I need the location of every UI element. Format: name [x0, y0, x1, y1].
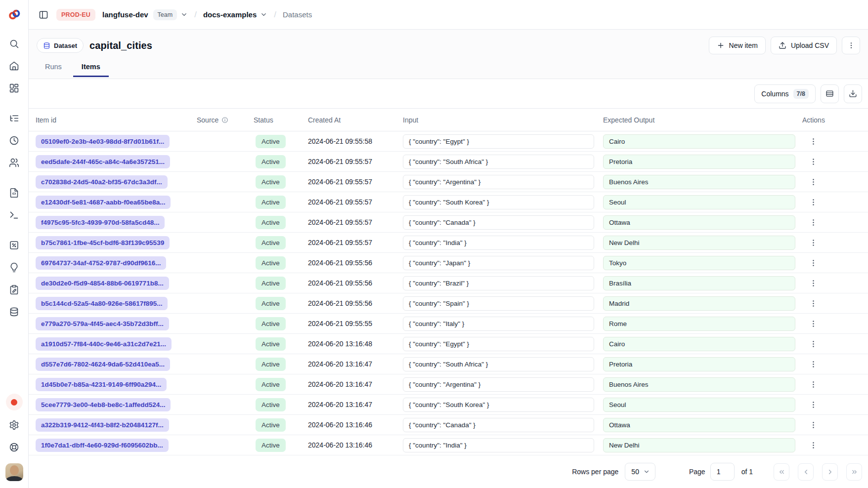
upload-csv-button[interactable]: Upload CSV	[771, 37, 837, 54]
item-id-pill[interactable]: c702838d-24d5-40a2-bf35-67dc3a3df...	[36, 175, 168, 189]
home-icon[interactable]	[5, 57, 23, 75]
row-height-button[interactable]	[821, 84, 839, 103]
settings-gear-icon[interactable]	[5, 416, 23, 434]
chevron-right-icon	[826, 468, 834, 476]
row-actions-button[interactable]	[806, 438, 820, 452]
chevron-left-icon	[802, 468, 810, 476]
table-row[interactable]: 05109ef0-2e3b-4e03-98dd-8f7d01b61f...Act…	[29, 131, 868, 152]
org-chevron-down-icon[interactable]	[180, 11, 188, 18]
item-id-pill[interactable]: f4975c95-5fc3-4939-970d-58fa5cd48...	[36, 216, 165, 229]
table-row[interactable]: 5cee7779-3e00-4eb8-be8c-1affedd524...Act…	[29, 395, 868, 415]
table-row[interactable]: d557e7d6-7802-4624-9da6-52d410ea5...Acti…	[29, 354, 868, 374]
item-id-pill[interactable]: eed5dafe-244f-465c-a84c-4a6e357251...	[36, 155, 170, 168]
dataset-more-actions-button[interactable]	[842, 37, 860, 54]
table-row[interactable]: 1d45b0e7-b85a-4231-9149-6ff90a294...Acti…	[29, 374, 868, 395]
row-actions-button[interactable]	[806, 134, 820, 148]
item-id-pill[interactable]: 5cee7779-3e00-4eb8-be8c-1affedd524...	[36, 398, 171, 411]
row-actions-button[interactable]	[806, 296, 820, 310]
status-badge: Active	[256, 418, 286, 432]
columns-button[interactable]: Columns 7/8	[754, 84, 816, 103]
item-id-pill[interactable]: 1d45b0e7-b85a-4231-9149-6ff90a294...	[36, 378, 167, 391]
page-number-input[interactable]	[710, 463, 735, 481]
sessions-clock-icon[interactable]	[5, 131, 23, 149]
project-breadcrumb-link[interactable]: docs-examples	[203, 10, 257, 19]
table-row[interactable]: de30d2e0-f5d9-4854-88b6-0619771b8...Acti…	[29, 273, 868, 293]
expected-output-cell: Brasília	[603, 276, 802, 290]
tab-runs[interactable]: Runs	[37, 59, 70, 77]
input-preview-box: { "country": "South Korea" }	[403, 398, 594, 412]
row-actions-button[interactable]	[806, 398, 820, 411]
table-row[interactable]: c702838d-24d5-40a2-bf35-67dc3a3df...Acti…	[29, 172, 868, 192]
database-icon	[43, 42, 50, 49]
row-actions-button[interactable]	[806, 195, 820, 209]
row-actions-button[interactable]	[806, 155, 820, 168]
table-row[interactable]: a1910d57-7f84-440c-9e46-a31c2d7e21...Act…	[29, 334, 868, 354]
table-row[interactable]: eed5dafe-244f-465c-a84c-4a6e357251...Act…	[29, 152, 868, 172]
row-actions-button[interactable]	[806, 256, 820, 270]
first-page-button[interactable]	[774, 463, 789, 481]
datasets-breadcrumb[interactable]: Datasets	[283, 10, 312, 19]
column-header-source: Source	[197, 116, 254, 124]
previous-page-button[interactable]	[798, 463, 814, 481]
info-icon[interactable]	[221, 117, 228, 123]
users-icon[interactable]	[5, 154, 23, 171]
row-actions-button[interactable]	[806, 357, 820, 371]
table-row[interactable]: a322b319-9412-4f43-b8f2-b20484127f...Act…	[29, 415, 868, 435]
insights-lightbulb-icon[interactable]	[5, 258, 23, 276]
input-cell: { "country": "Egypt" }	[403, 134, 603, 149]
row-actions-button[interactable]	[806, 337, 820, 351]
sidebar-toggle-button[interactable]	[36, 7, 51, 23]
column-header-actions: Actions	[802, 116, 868, 124]
org-name-link[interactable]: langfuse-dev	[102, 10, 148, 19]
table-row[interactable]: 1f0e7da1-dbff-4e60-929d-f6095602bb...Act…	[29, 435, 868, 455]
recording-status-indicator[interactable]	[6, 394, 23, 410]
row-actions-button[interactable]	[806, 236, 820, 249]
table-row[interactable]: b75c7861-1fbe-45cf-bdf6-83f139c95539Acti…	[29, 233, 868, 253]
dashboard-icon[interactable]	[5, 79, 23, 97]
table-row[interactable]: b5c144cd-52a5-4a80-926e-58617f895...Acti…	[29, 293, 868, 314]
support-lifebuoy-icon[interactable]	[5, 438, 23, 456]
item-id-pill[interactable]: de30d2e0-f5d9-4854-88b6-0619771b8...	[36, 277, 169, 290]
tab-items[interactable]: Items	[73, 59, 109, 77]
tracing-icon[interactable]	[5, 109, 23, 127]
item-id-pill[interactable]: b5c144cd-52a5-4a80-926e-58617f895...	[36, 297, 168, 310]
playground-terminal-icon[interactable]	[5, 206, 23, 224]
item-id-pill[interactable]: b75c7861-1fbe-45cf-bdf6-83f139c95539	[36, 236, 170, 249]
item-id-pill[interactable]: a322b319-9412-4f43-b8f2-b20484127f...	[36, 418, 169, 432]
item-id-pill[interactable]: 05109ef0-2e3b-4e03-98dd-8f7d01b61f...	[36, 135, 170, 148]
expected-output-box: Seoul	[603, 195, 795, 209]
prompts-file-icon[interactable]	[5, 184, 23, 202]
row-actions-button[interactable]	[806, 175, 820, 189]
item-id-pill[interactable]: e779a270-579a-4f45-aec4-35b72d3bff...	[36, 317, 169, 330]
input-cell: { "country": "India" }	[403, 236, 603, 250]
actions-cell	[802, 134, 868, 148]
export-button[interactable]	[844, 84, 862, 103]
datasets-database-icon[interactable]	[5, 303, 23, 321]
row-actions-button[interactable]	[806, 377, 820, 391]
langfuse-logo[interactable]	[8, 0, 21, 30]
table-row[interactable]: f4975c95-5fc3-4939-970d-58fa5cd48...Acti…	[29, 212, 868, 233]
new-item-button[interactable]: New item	[709, 37, 766, 54]
item-id-pill[interactable]: 1f0e7da1-dbff-4e60-929d-f6095602bb...	[36, 439, 169, 452]
item-id-pill[interactable]: a1910d57-7f84-440c-9e46-a31c2d7e21...	[36, 337, 172, 351]
org-type-chip[interactable]: Team	[153, 9, 177, 20]
annotations-clipboard-icon[interactable]	[5, 281, 23, 298]
row-actions-button[interactable]	[806, 317, 820, 330]
search-icon[interactable]	[5, 35, 23, 52]
table-row[interactable]: 69764737-34af-4752-9787-d90df9616...Acti…	[29, 253, 868, 273]
item-id-pill[interactable]: d557e7d6-7802-4624-9da6-52d410ea5...	[36, 358, 170, 371]
last-page-button[interactable]	[846, 463, 862, 481]
item-id-pill[interactable]: e12430df-5e81-4687-aabb-f0ea65be8a...	[36, 196, 171, 209]
evaluators-percent-icon[interactable]	[5, 236, 23, 254]
rows-per-page-select[interactable]: 50	[625, 463, 655, 481]
next-page-button[interactable]	[822, 463, 838, 481]
user-avatar[interactable]	[5, 463, 23, 481]
table-header-row: Item id Source Status Created At Input E…	[29, 108, 868, 131]
table-row[interactable]: e779a270-579a-4f45-aec4-35b72d3bff...Act…	[29, 314, 868, 334]
row-actions-button[interactable]	[806, 215, 820, 229]
project-chevron-down-icon[interactable]	[260, 11, 267, 18]
row-actions-button[interactable]	[806, 418, 820, 432]
item-id-pill[interactable]: 69764737-34af-4752-9787-d90df9616...	[36, 256, 166, 270]
row-actions-button[interactable]	[806, 276, 820, 290]
table-row[interactable]: e12430df-5e81-4687-aabb-f0ea65be8a...Act…	[29, 192, 868, 212]
